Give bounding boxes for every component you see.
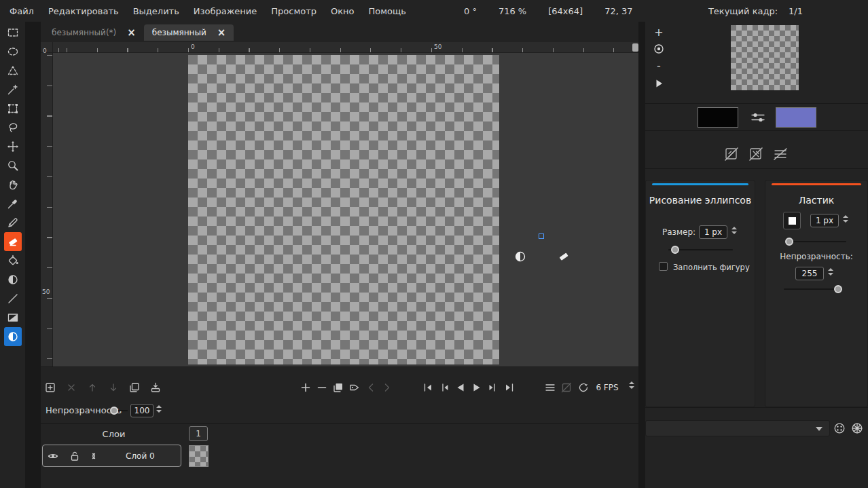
mirror-horizontal-toggle[interactable] bbox=[723, 146, 741, 164]
eraser-opacity-input[interactable] bbox=[795, 267, 824, 280]
rotation-indicator[interactable]: 0 ° bbox=[464, 6, 477, 16]
ellipse-size-input[interactable] bbox=[699, 225, 727, 239]
tool-lasso-select[interactable] bbox=[4, 118, 22, 137]
merge-layer-down-button[interactable] bbox=[147, 379, 164, 396]
tool-polygon-select[interactable] bbox=[4, 61, 22, 80]
next-frame-button[interactable] bbox=[485, 379, 501, 396]
ellipse-size-spinner[interactable] bbox=[731, 227, 737, 234]
vertical-ruler[interactable] bbox=[41, 53, 53, 367]
tool-color-select[interactable] bbox=[4, 80, 22, 99]
spin-down-icon[interactable] bbox=[731, 231, 737, 234]
clone-frame-button[interactable] bbox=[330, 379, 346, 396]
spin-up-icon[interactable] bbox=[629, 381, 634, 384]
tool-rectangle[interactable] bbox=[4, 308, 22, 327]
layer-opacity-input[interactable] bbox=[130, 404, 153, 417]
fill-shape-checkbox[interactable] bbox=[659, 262, 668, 271]
menu-file[interactable]: Файл bbox=[10, 6, 34, 16]
spin-down-icon[interactable] bbox=[828, 273, 833, 276]
fps-spinner[interactable] bbox=[629, 381, 634, 389]
tool-color-picker[interactable] bbox=[4, 194, 22, 213]
drawing-canvas[interactable] bbox=[188, 55, 499, 364]
eraser-size-slider[interactable] bbox=[785, 238, 846, 246]
spin-down-icon[interactable] bbox=[843, 220, 848, 223]
move-layer-down-button[interactable] bbox=[105, 379, 122, 396]
remove-frame-button[interactable] bbox=[314, 379, 330, 396]
menu-help[interactable]: Помощь bbox=[369, 6, 406, 16]
slider-handle[interactable] bbox=[785, 238, 793, 246]
slider-handle[interactable] bbox=[671, 246, 679, 254]
tool-pan[interactable] bbox=[4, 175, 22, 194]
close-tab-icon[interactable]: × bbox=[217, 28, 226, 38]
add-frame-button[interactable] bbox=[297, 379, 314, 396]
slider-handle[interactable] bbox=[834, 285, 842, 293]
close-tab-icon[interactable]: × bbox=[127, 28, 136, 38]
move-frame-right-button[interactable] bbox=[379, 379, 395, 396]
slider-handle[interactable] bbox=[110, 407, 118, 415]
brush-type-button[interactable] bbox=[783, 212, 801, 229]
move-frame-left-button[interactable] bbox=[363, 379, 379, 396]
palette-button[interactable] bbox=[833, 421, 846, 435]
spin-down-icon[interactable] bbox=[629, 386, 634, 389]
tool-rectangle-select[interactable] bbox=[4, 23, 22, 42]
previous-frame-button[interactable] bbox=[436, 379, 452, 396]
go-first-frame-button[interactable] bbox=[420, 379, 436, 396]
timeline-settings-button[interactable] bbox=[542, 379, 558, 396]
layer-row[interactable]: Слой 0 bbox=[42, 445, 181, 467]
zoom-indicator[interactable]: 716 % bbox=[499, 6, 526, 16]
mirror-vertical-toggle[interactable] bbox=[748, 146, 765, 164]
vertical-scrollbar-thumb[interactable] bbox=[632, 43, 638, 52]
right-color-swatch[interactable] bbox=[776, 107, 816, 128]
spin-up-icon[interactable] bbox=[843, 215, 848, 218]
tool-move[interactable] bbox=[4, 137, 22, 156]
preview-zoom-out-button[interactable]: - bbox=[651, 58, 666, 73]
add-layer-button[interactable] bbox=[42, 379, 58, 396]
layer-link-cels-button[interactable] bbox=[88, 450, 100, 462]
preview-play-button[interactable] bbox=[651, 76, 666, 91]
menu-window[interactable]: Окно bbox=[331, 6, 355, 16]
eraser-size-input[interactable] bbox=[810, 214, 839, 227]
tool-line[interactable] bbox=[4, 289, 22, 308]
onion-skin-button[interactable] bbox=[558, 379, 575, 396]
layer-opacity-slider[interactable] bbox=[109, 407, 128, 415]
eraser-opacity-spinner[interactable] bbox=[828, 268, 833, 276]
swap-colors-button[interactable] bbox=[750, 111, 766, 124]
horizontal-ruler[interactable] bbox=[53, 42, 638, 53]
tool-ellipse[interactable] bbox=[4, 327, 22, 346]
menu-view[interactable]: Просмотр bbox=[271, 6, 317, 16]
spin-up-icon[interactable] bbox=[156, 405, 162, 408]
preview-reset-zoom-button[interactable] bbox=[651, 41, 666, 56]
spin-up-icon[interactable] bbox=[731, 227, 737, 229]
canvas-viewport[interactable]: 0 50 0 50 bbox=[41, 42, 638, 367]
play-forward-button[interactable] bbox=[469, 379, 485, 396]
palette-select[interactable] bbox=[645, 420, 830, 436]
tool-zoom[interactable] bbox=[4, 156, 22, 175]
tab-untitled[interactable]: безымянный × bbox=[144, 24, 234, 41]
tool-bucket[interactable] bbox=[4, 251, 22, 270]
remove-layer-button[interactable] bbox=[63, 379, 79, 396]
cel-thumbnail[interactable] bbox=[189, 445, 209, 467]
pixel-perfect-toggle[interactable] bbox=[772, 146, 790, 164]
clone-layer-button[interactable] bbox=[126, 379, 143, 396]
go-last-frame-button[interactable] bbox=[501, 379, 518, 396]
eraser-opacity-slider[interactable] bbox=[784, 285, 842, 293]
tool-pencil[interactable] bbox=[4, 213, 22, 232]
tool-shading[interactable] bbox=[4, 270, 22, 289]
ellipse-size-slider[interactable] bbox=[668, 246, 733, 254]
spin-down-icon[interactable] bbox=[156, 410, 162, 413]
fps-value[interactable]: 6 FPS bbox=[588, 383, 626, 392]
tool-ellipse-select[interactable] bbox=[4, 42, 22, 61]
menu-image[interactable]: Изображение bbox=[194, 6, 257, 16]
tab-untitled-modified[interactable]: безымянный(*) × bbox=[43, 24, 144, 41]
tool-transform-selection[interactable] bbox=[4, 99, 22, 118]
spin-up-icon[interactable] bbox=[828, 268, 833, 271]
eraser-size-spinner[interactable] bbox=[843, 215, 848, 223]
play-backwards-button[interactable] bbox=[452, 379, 469, 396]
layer-opacity-spinner[interactable] bbox=[156, 405, 162, 413]
color-wheel-button[interactable] bbox=[850, 421, 864, 435]
layer-lock-button[interactable] bbox=[69, 450, 81, 462]
left-color-swatch[interactable] bbox=[698, 107, 738, 128]
tag-frame-button[interactable] bbox=[346, 379, 363, 396]
frame-1-button[interactable]: 1 bbox=[189, 426, 208, 441]
menu-select[interactable]: Выделить bbox=[133, 6, 179, 16]
layer-visibility-button[interactable] bbox=[47, 450, 59, 462]
